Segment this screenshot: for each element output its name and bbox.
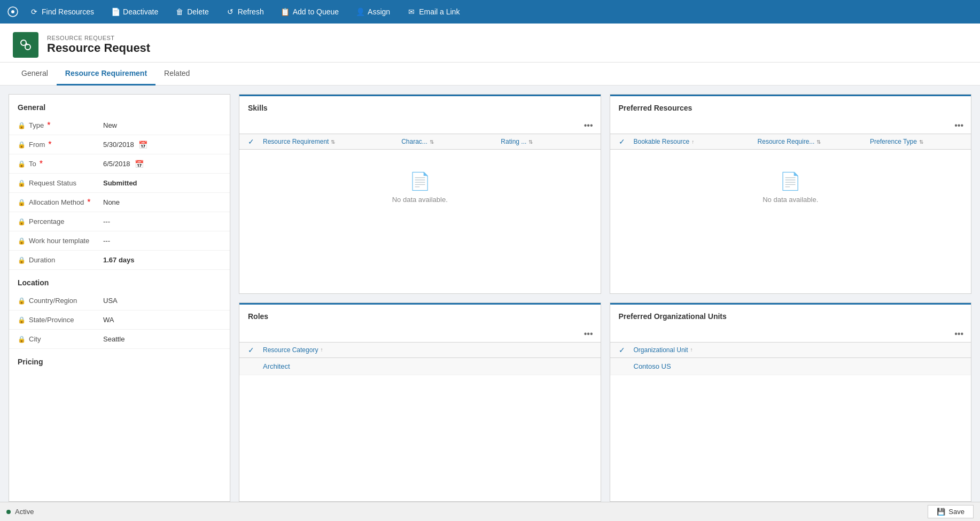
skills-no-data: 📄 No data available. [239, 150, 601, 225]
preferred-resources-title: Preferred Resources [610, 95, 971, 118]
svg-point-3 [25, 44, 30, 50]
preferred-org-cell-contoso[interactable]: Contoso US [629, 362, 967, 370]
location-section-title: Location [9, 270, 230, 291]
svg-point-1 [11, 10, 14, 13]
lock-icon-from: 🔒 [18, 141, 26, 149]
no-data-icon-skills: 📄 [409, 171, 431, 191]
svg-point-2 [21, 40, 26, 45]
roles-ellipsis-button[interactable]: ••• [581, 328, 596, 340]
sort-icon-resource-cat: ↑ [320, 347, 323, 353]
roles-cell-architect[interactable]: Architect [259, 362, 596, 370]
field-work-hour-template: 🔒 Work hour template --- [9, 231, 230, 251]
preferred-org-ellipsis-button[interactable]: ••• [951, 328, 967, 340]
lock-icon-type: 🔒 [18, 122, 26, 129]
calendar-icon-to[interactable]: 📅 [135, 160, 144, 168]
deactivate-button[interactable]: 📄 Deactivate [103, 0, 167, 24]
skills-col-characteristics[interactable]: Charac... ⇅ [397, 138, 496, 145]
lock-icon-to: 🔒 [18, 160, 26, 168]
field-city: 🔒 City Seattle [9, 330, 230, 349]
top-panels-row: Skills ••• ✓ Resource Requirement ⇅ Char… [239, 94, 971, 502]
save-button[interactable]: 💾 Save [928, 505, 974, 510]
skills-col-resource-requirement[interactable]: Resource Requirement ⇅ [259, 138, 397, 145]
preferred-org-units-panel: Preferred Organizational Units ••• ✓ Org… [610, 302, 972, 502]
preferred-org-header-checkbox[interactable]: ✓ [615, 346, 629, 354]
tab-general[interactable]: General [13, 63, 57, 85]
lock-icon-allocation: 🔒 [18, 199, 26, 206]
preferred-org-row-contoso[interactable]: Contoso US [610, 358, 971, 375]
tabs-bar: General Resource Requirement Related [0, 63, 980, 85]
header-area: RESOURCE REQUEST Resource Request [0, 24, 980, 63]
preferred-resources-ellipsis-button[interactable]: ••• [951, 120, 967, 131]
lock-icon-work-hour: 🔒 [18, 237, 26, 245]
preferred-org-col-unit[interactable]: Organizational Unit ↑ [629, 346, 967, 354]
system-nav-icon[interactable] [4, 3, 21, 20]
field-from: 🔒 From * 5/30/2018 📅 [9, 135, 230, 154]
refresh-icon: ↺ [226, 7, 235, 16]
email-a-link-button[interactable]: ✉ Email a Link [399, 0, 468, 24]
roles-panel-title: Roles [239, 303, 601, 326]
entity-title: Resource Request [47, 41, 150, 55]
sort-icon-rating: ⇅ [528, 139, 533, 145]
preferred-resources-col-preference-type[interactable]: Preference Type ⇅ [866, 138, 967, 145]
field-country-region: 🔒 Country/Region USA [9, 291, 230, 310]
roles-panel-toolbar: ••• [239, 326, 601, 342]
main-content: General 🔒 Type * New 🔒 From * 5/30/2018 … [0, 85, 980, 510]
roles-header-checkbox[interactable]: ✓ [244, 346, 259, 354]
field-percentage: 🔒 Percentage --- [9, 212, 230, 231]
preferred-resources-col-require[interactable]: Resource Require... ⇅ [753, 138, 866, 145]
entity-label: RESOURCE REQUEST [47, 35, 150, 41]
skills-panel-title: Skills [239, 95, 601, 118]
general-section-title: General [9, 95, 230, 116]
top-bar: ⟳ Find Resources 📄 Deactivate 🗑 Delete ↺… [0, 0, 980, 24]
lock-icon-city: 🔒 [18, 336, 26, 343]
sort-icon-preference-type: ⇅ [919, 139, 923, 145]
refresh-button[interactable]: ↺ Refresh [217, 0, 273, 24]
sort-icon-org-unit: ↑ [690, 347, 693, 353]
field-allocation-method: 🔒 Allocation Method * None [9, 193, 230, 212]
roles-col-resource-category[interactable]: Resource Category ↑ [259, 346, 596, 354]
lock-icon-state: 🔒 [18, 316, 26, 324]
sort-icon-bookable: ↑ [691, 139, 694, 145]
skills-col-rating[interactable]: Rating ... ⇅ [496, 138, 596, 145]
field-state-province: 🔒 State/Province WA [9, 310, 230, 330]
lock-icon-request-status: 🔒 [18, 180, 26, 187]
assign-button[interactable]: 👤 Assign [347, 0, 399, 24]
preferred-resources-header-checkbox[interactable]: ✓ [615, 137, 629, 146]
find-resources-icon: ⟳ [30, 7, 38, 16]
field-type: 🔒 Type * New [9, 116, 230, 135]
field-to: 🔒 To * 6/5/2018 📅 [9, 154, 230, 174]
status-bar: Active 💾 Save [0, 502, 980, 510]
status-dot [6, 510, 11, 511]
tab-related[interactable]: Related [155, 63, 198, 85]
preferred-resources-toolbar: ••• [610, 118, 971, 134]
skills-ellipsis-button[interactable]: ••• [581, 120, 596, 131]
roles-row-architect[interactable]: Architect [239, 358, 601, 375]
lock-icon-percentage: 🔒 [18, 218, 26, 225]
add-to-queue-button[interactable]: 📋 Add to Queue [273, 0, 347, 24]
preferred-org-units-title: Preferred Organizational Units [610, 303, 971, 326]
roles-panel: Roles ••• ✓ Resource Category ↑ Architec… [239, 302, 601, 502]
skills-panel-toolbar: ••• [239, 118, 601, 134]
skills-panel: Skills ••• ✓ Resource Requirement ⇅ Char… [239, 94, 601, 294]
status-right: 💾 Save [928, 505, 974, 510]
skills-grid-header: ✓ Resource Requirement ⇅ Charac... ⇅ Rat… [239, 134, 601, 150]
field-duration: 🔒 Duration 1.67 days [9, 251, 230, 270]
roles-grid-header: ✓ Resource Category ↑ [239, 342, 601, 358]
email-icon: ✉ [407, 7, 416, 16]
entity-icon [13, 32, 38, 58]
skills-header-checkbox[interactable]: ✓ [244, 137, 259, 146]
sort-icon-require: ⇅ [816, 139, 821, 145]
tab-resource-requirement[interactable]: Resource Requirement [57, 63, 155, 85]
sort-icon-rr: ⇅ [331, 139, 335, 145]
add-to-queue-icon: 📋 [281, 7, 290, 16]
assign-icon: 👤 [356, 7, 364, 16]
delete-button[interactable]: 🗑 Delete [167, 0, 217, 24]
lock-icon-country: 🔒 [18, 297, 26, 305]
preferred-resources-col-bookable[interactable]: Bookable Resource ↑ [629, 138, 753, 145]
delete-icon: 🗑 [175, 7, 184, 16]
calendar-icon-from[interactable]: 📅 [138, 141, 147, 149]
find-resources-button[interactable]: ⟳ Find Resources [21, 0, 103, 24]
preferred-org-units-grid-header: ✓ Organizational Unit ↑ [610, 342, 971, 358]
preferred-resources-panel: Preferred Resources ••• ✓ Bookable Resou… [610, 94, 972, 294]
sort-icon-charac: ⇅ [430, 139, 434, 145]
